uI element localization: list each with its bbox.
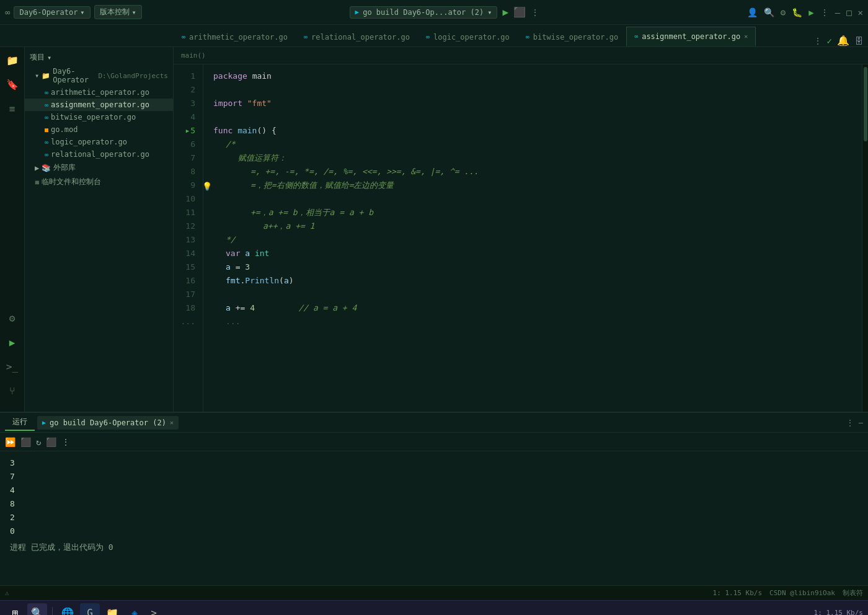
tab-icon-arithmetic: ∞ <box>182 33 185 40</box>
bottom-tab-bar: 运行 ▶ go build Day6-Operator (2) ✕ ⋮ — <box>0 413 868 433</box>
tab-bitwise[interactable]: ∞ bitwise_operator.go <box>518 27 626 46</box>
maximize-button[interactable]: □ <box>846 7 851 17</box>
encoding-display: 制表符 <box>843 588 863 598</box>
code-line-15: a = 3 <box>213 260 852 274</box>
settings-side-icon[interactable]: ⚙ <box>7 310 18 327</box>
hint-icon: 💡 <box>203 180 212 193</box>
debug-icon[interactable]: 🐛 <box>792 7 802 17</box>
run-icon2[interactable]: ▶ <box>808 7 813 17</box>
project-header[interactable]: 项目 ▾ <box>25 50 173 65</box>
vcs-dropdown[interactable]: 版本控制 ▾ <box>94 5 142 19</box>
taskbar-goland[interactable]: G <box>80 603 100 616</box>
output-line-2: 2 <box>10 511 858 524</box>
tab-overflow-icon[interactable]: ⋮ <box>813 36 822 46</box>
taskbar-vscode[interactable]: ◈ <box>125 603 144 616</box>
file-label-logic: logic_operator.go <box>51 138 127 146</box>
tree-external-libs[interactable]: ▶ 📚 外部库 <box>25 161 173 175</box>
close-button[interactable]: ✕ <box>858 7 863 17</box>
app-icon: ∞ <box>5 7 10 17</box>
ln-16: 16 <box>174 274 195 288</box>
tab-logic[interactable]: ∞ logic_operator.go <box>418 27 518 46</box>
run-config-label: go build Day6-Op...ator (2) <box>363 8 484 17</box>
vcs-dropdown-arrow-icon: ▾ <box>132 8 136 17</box>
kw-var: var <box>213 247 240 260</box>
file-icon-gomod: ■ <box>45 126 48 133</box>
scroll-thumb[interactable] <box>864 67 867 141</box>
stop-button[interactable]: ⬛ <box>513 6 526 18</box>
taskbar-chrome[interactable]: 🌐 <box>58 603 78 616</box>
tree-root[interactable]: ▾ 📁 Day6-Operator D:\GolandProjects <box>25 65 173 86</box>
tree-scratch[interactable]: ≡ 临时文件和控制台 <box>25 175 173 189</box>
btab-close-icon[interactable]: ✕ <box>170 419 174 426</box>
taskbar-terminal[interactable]: >_ <box>147 603 167 616</box>
tab-relational[interactable]: ∞ relational_operator.go <box>296 27 418 46</box>
bt-stop-icon[interactable]: ⬛ <box>20 437 31 447</box>
file-label-bitwise: bitwise_operator.go <box>51 113 136 122</box>
ln-3: 3 <box>174 97 195 110</box>
bt-run-icon[interactable]: ⏩ <box>5 437 16 447</box>
tree-bitwise[interactable]: ∞ bitwise_operator.go <box>25 111 173 123</box>
project-header-label: 项目 <box>30 52 45 63</box>
project-name: Day6-Operator <box>19 8 78 17</box>
output-line-0: 0 <box>10 524 858 538</box>
external-label: 外部库 <box>53 162 76 173</box>
btab-run-config[interactable]: ▶ go build Day6-Operator (2) ✕ <box>37 416 179 430</box>
tab-close-assignment[interactable]: ✕ <box>744 33 748 40</box>
run-side-icon[interactable]: ▶ <box>7 334 18 351</box>
tab-arithmetic[interactable]: ∞ arithmetic_operator.go <box>174 27 296 46</box>
code-editor[interactable]: 1 2 3 4 ▶5 6 7 8 9 10 11 12 13 14 15 16 … <box>174 64 868 412</box>
tab-icon-logic: ∞ <box>426 33 430 40</box>
num-3: 3 <box>245 260 250 274</box>
ln-12: 12 <box>174 219 195 233</box>
cm-close: */ <box>213 233 236 247</box>
notification-icon: 🔔 <box>837 35 849 46</box>
tree-relational[interactable]: ∞ relational_operator.go <box>25 148 173 161</box>
btab-run[interactable]: 运行 <box>5 414 35 431</box>
structure-icon[interactable]: ≡ <box>7 100 18 117</box>
git-side-icon[interactable]: ⑂ <box>7 383 18 399</box>
tree-arithmetic[interactable]: ∞ arithmetic_operator.go <box>25 86 173 99</box>
search-icon[interactable]: 🔍 <box>764 7 774 17</box>
user-icon[interactable]: 👤 <box>747 7 758 17</box>
terminal-side-icon[interactable]: >_ <box>4 358 20 375</box>
type-int: int <box>255 247 269 260</box>
bookmarks-icon[interactable]: 🔖 <box>4 76 21 93</box>
run-tab-icon: ▶ <box>42 419 46 426</box>
bt-rerun-icon[interactable]: ↻ <box>36 437 41 447</box>
file-icon-logic: ∞ <box>45 139 48 146</box>
minimize-button[interactable]: — <box>835 7 840 17</box>
tree-logic[interactable]: ∞ logic_operator.go <box>25 136 173 148</box>
taskbar-sep1 <box>52 607 53 616</box>
taskbar-search[interactable]: 🔍 <box>27 603 47 616</box>
ln-2: 2 <box>174 83 195 97</box>
more-icon[interactable]: ⋮ <box>820 7 829 17</box>
editor-toolbar: main() <box>174 47 868 64</box>
bt-close-icon[interactable]: ⬛ <box>46 437 56 447</box>
btab-collapse-icon[interactable]: — <box>859 418 863 427</box>
code-line-10 <box>213 192 852 206</box>
pkg-main: main <box>252 69 272 83</box>
more-run-options[interactable]: ⋮ <box>531 7 539 17</box>
project-dropdown[interactable]: Day6-Operator ▾ <box>14 6 90 19</box>
ln-9: 9 <box>174 179 195 192</box>
tree-gomod[interactable]: ■ go.mod <box>25 123 173 136</box>
cm-7: 赋值运算符： <box>213 151 286 165</box>
taskbar-explorer[interactable]: 📁 <box>102 603 122 616</box>
paren-a: ( <box>279 274 284 288</box>
kw-func: func <box>213 124 232 138</box>
windows-taskbar: ⊞ 🔍 🌐 G 📁 ◈ >_ 1: 1.15 Kb/s <box>0 600 868 615</box>
project-icon[interactable]: 📁 <box>4 52 21 69</box>
line-numbers: 1 2 3 4 ▶5 6 7 8 9 10 11 12 13 14 15 16 … <box>174 64 203 412</box>
bt-more-icon[interactable]: ⋮ <box>61 437 70 447</box>
tab-assignment[interactable]: ∞ assignment_operator.go ✕ <box>626 27 756 46</box>
op-eq: = <box>236 260 241 274</box>
taskbar-start[interactable]: ⊞ <box>5 603 25 616</box>
op-pluseq: += <box>236 301 246 315</box>
editor-scrollbar[interactable] <box>862 64 868 412</box>
run-button[interactable]: ▶ <box>502 6 508 18</box>
btab-more-icon[interactable]: ⋮ <box>846 418 854 427</box>
settings-icon[interactable]: ⚙ <box>781 7 786 17</box>
tree-assignment[interactable]: ∞ assignment_operator.go <box>25 99 173 111</box>
run-config-dropdown[interactable]: ▶ go build Day6-Op...ator (2) ▾ <box>350 6 498 19</box>
code-content[interactable]: package main import "fmt" func main() { … <box>203 64 862 412</box>
